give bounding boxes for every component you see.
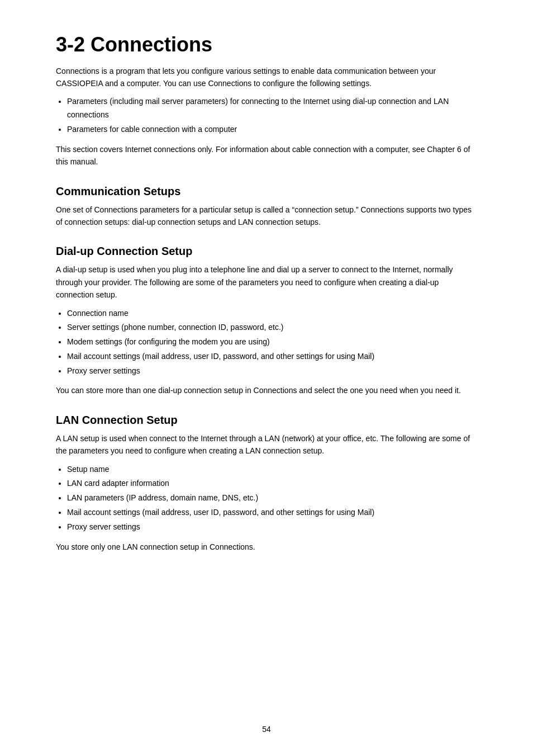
intro-bullet-2: Parameters for cable connection with a c… <box>67 123 477 136</box>
section-text-lan: A LAN setup is used when connect to the … <box>56 432 477 457</box>
lan-bullet-list: Setup name LAN card adapter information … <box>67 463 477 534</box>
intro-paragraph-1: Connections is a program that lets you c… <box>56 65 477 90</box>
lan-bullet-2: LAN card adapter information <box>67 477 477 490</box>
dialup-after-bullets: You can store more than one dial-up conn… <box>56 384 477 396</box>
page-number: 54 <box>262 725 271 734</box>
dialup-bullet-3: Modem settings (for configuring the mode… <box>67 336 477 349</box>
intro-paragraph-2: This section covers Internet connections… <box>56 143 477 168</box>
section-heading-communication-setups: Communication Setups <box>56 185 477 198</box>
intro-bullet-list: Parameters (including mail server parame… <box>67 95 477 136</box>
dialup-bullet-4: Mail account settings (mail address, use… <box>67 350 477 363</box>
dialup-bullet-5: Proxy server settings <box>67 365 477 378</box>
section-heading-lan: LAN Connection Setup <box>56 414 477 427</box>
lan-bullet-1: Setup name <box>67 463 477 476</box>
lan-bullet-3: LAN parameters (IP address, domain name,… <box>67 492 477 505</box>
dialup-bullet-list: Connection name Server settings (phone n… <box>67 307 477 378</box>
dialup-bullet-2: Server settings (phone number, connectio… <box>67 321 477 334</box>
page-container: 3-2 Connections Connections is a program… <box>0 0 533 756</box>
lan-bullet-4: Mail account settings (mail address, use… <box>67 506 477 519</box>
lan-after-bullets: You store only one LAN connection setup … <box>56 541 477 553</box>
section-heading-dialup: Dial-up Connection Setup <box>56 245 477 258</box>
dialup-bullet-1: Connection name <box>67 307 477 320</box>
section-text-dialup: A dial-up setup is used when you plug in… <box>56 263 477 301</box>
intro-bullet-1: Parameters (including mail server parame… <box>67 95 477 122</box>
lan-bullet-5: Proxy server settings <box>67 521 477 534</box>
page-title: 3-2 Connections <box>56 34 477 56</box>
section-text-communication-setups: One set of Connections parameters for a … <box>56 204 477 229</box>
